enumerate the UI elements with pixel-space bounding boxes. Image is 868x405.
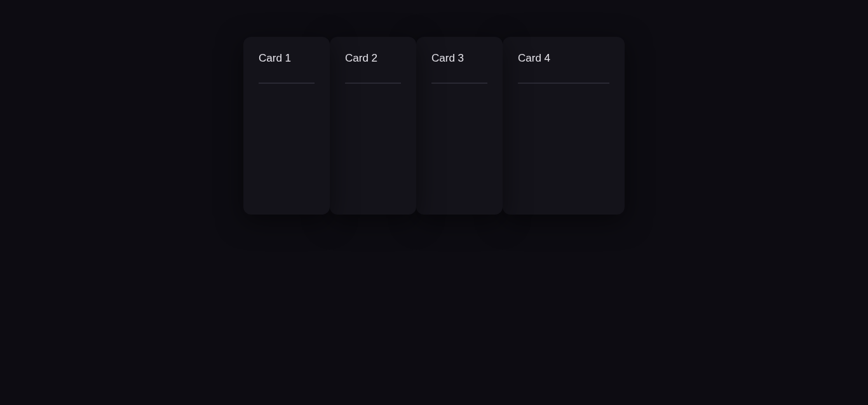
card-3[interactable]: Card 3 (416, 37, 503, 215)
card-title: Card 3 (431, 52, 487, 65)
card-container: Card 1 Card 2 Card 3 Card 4 (243, 37, 625, 215)
card-1[interactable]: Card 1 (243, 37, 330, 215)
card-divider (345, 83, 401, 84)
card-title: Card 4 (518, 52, 609, 65)
card-4[interactable]: Card 4 (503, 37, 625, 215)
card-2[interactable]: Card 2 (330, 37, 416, 215)
card-divider (518, 83, 609, 84)
card-title: Card 1 (259, 52, 315, 65)
card-divider (259, 83, 315, 84)
card-divider (431, 83, 487, 84)
card-title: Card 2 (345, 52, 401, 65)
